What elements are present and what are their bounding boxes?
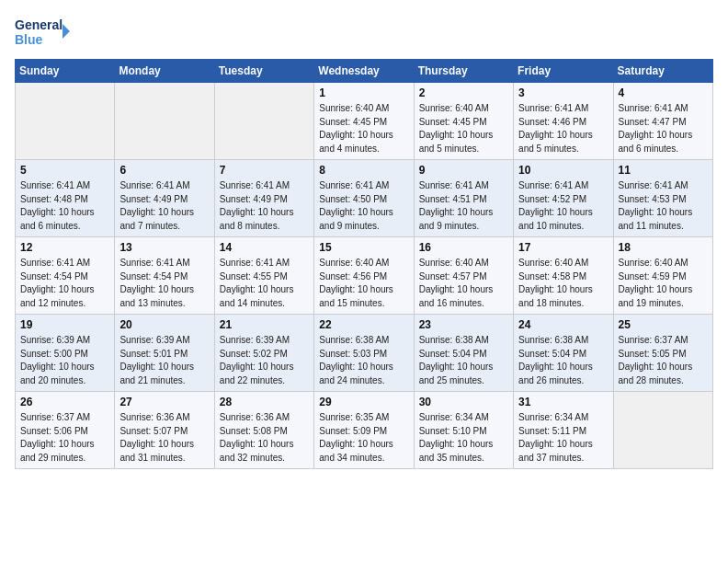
- day-info: Sunrise: 6:40 AM Sunset: 4:59 PM Dayligh…: [619, 257, 708, 310]
- day-info: Sunrise: 6:35 AM Sunset: 5:09 PM Dayligh…: [319, 411, 408, 465]
- calendar-cell: 25Sunrise: 6:37 AM Sunset: 5:05 PM Dayli…: [613, 315, 712, 392]
- calendar-cell: 6Sunrise: 6:41 AM Sunset: 4:49 PM Daylig…: [115, 160, 214, 237]
- calendar-cell: 14Sunrise: 6:41 AM Sunset: 4:55 PM Dayli…: [214, 237, 313, 315]
- day-info: Sunrise: 6:41 AM Sunset: 4:49 PM Dayligh…: [119, 179, 209, 233]
- day-number: 13: [119, 241, 209, 254]
- day-number: 22: [319, 318, 408, 331]
- calendar-cell: 27Sunrise: 6:36 AM Sunset: 5:07 PM Dayli…: [115, 392, 214, 469]
- svg-marker-2: [63, 24, 70, 39]
- weekday-header-sunday: Sunday: [16, 60, 115, 83]
- calendar-cell: [115, 83, 214, 160]
- day-info: Sunrise: 6:41 AM Sunset: 4:55 PM Dayligh…: [220, 257, 309, 310]
- day-info: Sunrise: 6:40 AM Sunset: 4:58 PM Dayligh…: [518, 257, 608, 310]
- day-info: Sunrise: 6:41 AM Sunset: 4:52 PM Dayligh…: [518, 179, 608, 233]
- calendar-cell: 1Sunrise: 6:40 AM Sunset: 4:45 PM Daylig…: [314, 83, 414, 160]
- day-info: Sunrise: 6:38 AM Sunset: 5:03 PM Dayligh…: [319, 334, 408, 387]
- day-number: 7: [220, 164, 309, 177]
- logo-svg: GeneralBlue: [15, 15, 70, 48]
- day-number: 17: [518, 241, 608, 254]
- svg-text:Blue: Blue: [15, 32, 43, 47]
- day-number: 21: [220, 318, 309, 331]
- day-number: 26: [20, 396, 109, 408]
- day-info: Sunrise: 6:41 AM Sunset: 4:54 PM Dayligh…: [119, 257, 209, 310]
- day-info: Sunrise: 6:34 AM Sunset: 5:11 PM Dayligh…: [518, 411, 608, 465]
- day-number: 14: [220, 241, 309, 254]
- day-info: Sunrise: 6:41 AM Sunset: 4:50 PM Dayligh…: [319, 179, 408, 233]
- day-info: Sunrise: 6:37 AM Sunset: 5:06 PM Dayligh…: [20, 411, 109, 465]
- day-number: 27: [119, 396, 209, 408]
- calendar-cell: 18Sunrise: 6:40 AM Sunset: 4:59 PM Dayli…: [613, 237, 712, 315]
- calendar-cell: 13Sunrise: 6:41 AM Sunset: 4:54 PM Dayli…: [115, 237, 214, 315]
- day-info: Sunrise: 6:40 AM Sunset: 4:45 PM Dayligh…: [319, 102, 408, 155]
- calendar-cell: 4Sunrise: 6:41 AM Sunset: 4:47 PM Daylig…: [613, 83, 712, 160]
- weekday-header-thursday: Thursday: [414, 60, 513, 83]
- day-info: Sunrise: 6:41 AM Sunset: 4:54 PM Dayligh…: [20, 257, 109, 310]
- day-info: Sunrise: 6:37 AM Sunset: 5:05 PM Dayligh…: [619, 334, 708, 387]
- day-number: 3: [518, 86, 608, 99]
- weekday-header-tuesday: Tuesday: [214, 60, 313, 83]
- day-number: 6: [119, 164, 209, 177]
- calendar-cell: 8Sunrise: 6:41 AM Sunset: 4:50 PM Daylig…: [314, 160, 414, 237]
- calendar-cell: [214, 83, 313, 160]
- day-number: 24: [518, 318, 608, 331]
- calendar-cell: [613, 392, 712, 469]
- day-info: Sunrise: 6:41 AM Sunset: 4:51 PM Dayligh…: [419, 179, 508, 233]
- weekday-header-monday: Monday: [115, 60, 214, 83]
- weekday-header-friday: Friday: [514, 60, 613, 83]
- day-info: Sunrise: 6:41 AM Sunset: 4:48 PM Dayligh…: [20, 179, 109, 233]
- calendar-cell: 31Sunrise: 6:34 AM Sunset: 5:11 PM Dayli…: [514, 392, 613, 469]
- day-number: 8: [319, 164, 408, 177]
- day-info: Sunrise: 6:38 AM Sunset: 5:04 PM Dayligh…: [518, 334, 608, 387]
- svg-text:General: General: [15, 17, 63, 32]
- day-number: 2: [419, 86, 508, 99]
- calendar-cell: [16, 83, 115, 160]
- calendar-cell: 12Sunrise: 6:41 AM Sunset: 4:54 PM Dayli…: [16, 237, 115, 315]
- day-number: 31: [518, 396, 608, 408]
- day-number: 19: [20, 318, 109, 331]
- day-info: Sunrise: 6:39 AM Sunset: 5:00 PM Dayligh…: [20, 334, 109, 387]
- calendar-cell: 26Sunrise: 6:37 AM Sunset: 5:06 PM Dayli…: [16, 392, 115, 469]
- day-number: 16: [419, 241, 508, 254]
- day-info: Sunrise: 6:36 AM Sunset: 5:08 PM Dayligh…: [220, 411, 309, 465]
- calendar-cell: 17Sunrise: 6:40 AM Sunset: 4:58 PM Dayli…: [514, 237, 613, 315]
- calendar-cell: 9Sunrise: 6:41 AM Sunset: 4:51 PM Daylig…: [414, 160, 513, 237]
- day-number: 10: [518, 164, 608, 177]
- logo: GeneralBlue: [15, 15, 70, 48]
- day-number: 30: [419, 396, 508, 408]
- calendar-cell: 20Sunrise: 6:39 AM Sunset: 5:01 PM Dayli…: [115, 315, 214, 392]
- day-number: 18: [619, 241, 708, 254]
- day-info: Sunrise: 6:41 AM Sunset: 4:47 PM Dayligh…: [619, 102, 708, 155]
- day-number: 1: [319, 86, 408, 99]
- calendar-cell: 29Sunrise: 6:35 AM Sunset: 5:09 PM Dayli…: [314, 392, 414, 469]
- day-info: Sunrise: 6:41 AM Sunset: 4:49 PM Dayligh…: [220, 179, 309, 233]
- day-number: 29: [319, 396, 408, 408]
- day-info: Sunrise: 6:38 AM Sunset: 5:04 PM Dayligh…: [419, 334, 508, 387]
- calendar-cell: 11Sunrise: 6:41 AM Sunset: 4:53 PM Dayli…: [613, 160, 712, 237]
- page-header: GeneralBlue: [15, 15, 713, 48]
- calendar-cell: 3Sunrise: 6:41 AM Sunset: 4:46 PM Daylig…: [514, 83, 613, 160]
- day-info: Sunrise: 6:36 AM Sunset: 5:07 PM Dayligh…: [119, 411, 209, 465]
- calendar-cell: 21Sunrise: 6:39 AM Sunset: 5:02 PM Dayli…: [214, 315, 313, 392]
- calendar-cell: 5Sunrise: 6:41 AM Sunset: 4:48 PM Daylig…: [16, 160, 115, 237]
- day-info: Sunrise: 6:40 AM Sunset: 4:45 PM Dayligh…: [419, 102, 508, 155]
- calendar-cell: 23Sunrise: 6:38 AM Sunset: 5:04 PM Dayli…: [414, 315, 513, 392]
- day-number: 28: [220, 396, 309, 408]
- day-number: 15: [319, 241, 408, 254]
- calendar-cell: 7Sunrise: 6:41 AM Sunset: 4:49 PM Daylig…: [214, 160, 313, 237]
- day-info: Sunrise: 6:40 AM Sunset: 4:56 PM Dayligh…: [319, 257, 408, 310]
- calendar-cell: 16Sunrise: 6:40 AM Sunset: 4:57 PM Dayli…: [414, 237, 513, 315]
- calendar-table: SundayMondayTuesdayWednesdayThursdayFrid…: [15, 59, 713, 469]
- day-number: 5: [20, 164, 109, 177]
- calendar-cell: 28Sunrise: 6:36 AM Sunset: 5:08 PM Dayli…: [214, 392, 313, 469]
- day-number: 12: [20, 241, 109, 254]
- calendar-cell: 2Sunrise: 6:40 AM Sunset: 4:45 PM Daylig…: [414, 83, 513, 160]
- day-info: Sunrise: 6:40 AM Sunset: 4:57 PM Dayligh…: [419, 257, 508, 310]
- calendar-cell: 24Sunrise: 6:38 AM Sunset: 5:04 PM Dayli…: [514, 315, 613, 392]
- day-info: Sunrise: 6:41 AM Sunset: 4:46 PM Dayligh…: [518, 102, 608, 155]
- calendar-cell: 19Sunrise: 6:39 AM Sunset: 5:00 PM Dayli…: [16, 315, 115, 392]
- day-number: 25: [619, 318, 708, 331]
- calendar-cell: 30Sunrise: 6:34 AM Sunset: 5:10 PM Dayli…: [414, 392, 513, 469]
- calendar-cell: 22Sunrise: 6:38 AM Sunset: 5:03 PM Dayli…: [314, 315, 414, 392]
- day-info: Sunrise: 6:34 AM Sunset: 5:10 PM Dayligh…: [419, 411, 508, 465]
- calendar-cell: 10Sunrise: 6:41 AM Sunset: 4:52 PM Dayli…: [514, 160, 613, 237]
